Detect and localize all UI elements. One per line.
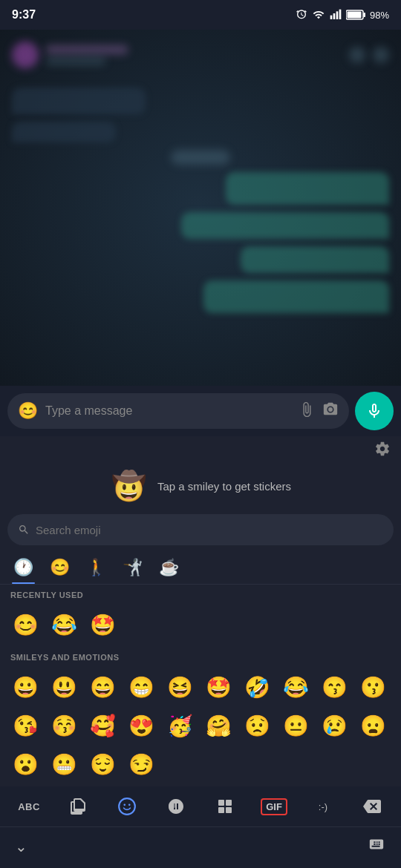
sticker-banner: 🤠 Tap a smiley to get stickers [0, 461, 401, 514]
nav-chevron-down[interactable]: ⌄ [15, 838, 27, 855]
emoji-keyboard-button[interactable] [102, 786, 151, 826]
emoji-cell[interactable]: 😆 [160, 668, 199, 706]
kaomoji-button[interactable]: :-) [299, 786, 348, 826]
keyboard-abc-button[interactable]: ABC [4, 786, 53, 826]
search-input[interactable] [36, 524, 383, 536]
smileys-label: SMILEYS AND EMOTIONS [0, 647, 401, 665]
emoji-cell[interactable]: 😬 [45, 745, 83, 783]
camera-icon[interactable] [322, 401, 339, 421]
emoji-cell[interactable]: 😍 [122, 706, 160, 745]
emoji-active-icon [117, 797, 137, 816]
svg-rect-12 [218, 807, 224, 813]
alarm-icon [296, 9, 307, 21]
wifi-icon [312, 9, 325, 21]
category-tabs: 🕐 😊 🚶 🤺 ☕ [0, 551, 401, 585]
svg-rect-5 [363, 13, 365, 17]
emoji-cell[interactable]: 😮 [6, 745, 45, 783]
emoji-cell[interactable]: 😟 [238, 706, 276, 745]
svg-rect-6 [347, 12, 361, 19]
message-placeholder: Type a message [45, 404, 291, 418]
smileys-grid: 😀 😃 😄 😁 😆 🤩 🤣 😂 😙 😗 😘 😚 🥰 😍 🥳 🤗 😟 😐 😢 😦 … [0, 665, 401, 786]
sticker-button[interactable] [151, 786, 200, 826]
status-icons: 98% [296, 9, 389, 21]
bottom-nav: ⌄ [0, 826, 401, 865]
tab-activity[interactable]: 🤺 [115, 551, 150, 584]
status-bar: 9:37 98% [0, 0, 401, 30]
tab-food[interactable]: ☕ [151, 551, 186, 584]
emoji-cell[interactable]: 🤗 [199, 706, 238, 745]
emoji-cell[interactable]: 😂 [45, 605, 83, 644]
sticker-text: Tap a smiley to get stickers [157, 480, 291, 493]
emoji-cell[interactable]: 😙 [315, 668, 353, 706]
emoji-cell[interactable]: 😦 [353, 706, 392, 745]
recently-used-label: RECENTLY USED [0, 585, 401, 602]
emoji-cell[interactable]: 😃 [45, 668, 83, 706]
smiley-cat-icon: 😊 [50, 558, 70, 577]
emoji-cell[interactable]: 🤣 [238, 668, 276, 706]
gif-button[interactable]: GIF [250, 786, 299, 826]
keyboard-toolbar: ABC GIF :-) [0, 786, 401, 826]
keyboard-toprow [0, 436, 401, 461]
gif-label: GIF [261, 798, 287, 815]
emoji-cell[interactable]: 🤩 [83, 605, 122, 644]
emoji-cell[interactable]: 😊 [6, 605, 45, 644]
attach-icon[interactable] [299, 401, 315, 421]
emoji-cell[interactable]: 😄 [83, 668, 122, 706]
clipboard-button[interactable] [53, 786, 102, 826]
emoji-cell[interactable]: 🥳 [160, 706, 199, 745]
sticker-icon [167, 798, 185, 815]
emoji-cell[interactable]: 😏 [122, 745, 160, 783]
delete-button[interactable] [348, 786, 397, 826]
clipboard-icon [69, 798, 87, 815]
bitmoji-button[interactable] [200, 786, 250, 826]
mic-button[interactable] [355, 392, 394, 430]
search-input-wrap[interactable] [7, 514, 394, 545]
emoji-cell[interactable]: 😂 [276, 668, 315, 706]
emoji-cell[interactable]: 🤩 [199, 668, 238, 706]
settings-icon[interactable] [374, 441, 391, 461]
tab-recent[interactable]: 🕐 [6, 551, 41, 584]
recently-used-grid: 😊 😂 🤩 [0, 602, 401, 647]
search-row [0, 514, 401, 551]
search-icon [18, 524, 30, 536]
emoji-cell[interactable]: 🥰 [83, 706, 122, 745]
tab-smileys[interactable]: 😊 [42, 551, 77, 584]
food-icon: ☕ [159, 558, 179, 577]
emoji-cell[interactable]: 😚 [45, 706, 83, 745]
svg-rect-0 [330, 16, 333, 19]
bitmoji-icon [216, 798, 234, 815]
abc-label: ABC [18, 801, 40, 812]
svg-point-9 [128, 804, 131, 806]
tab-people[interactable]: 🚶 [79, 551, 114, 584]
svg-point-7 [119, 798, 135, 815]
person-icon: 🚶 [86, 558, 106, 577]
svg-rect-11 [226, 800, 232, 806]
delete-icon [363, 798, 381, 815]
kaomoji-label: :-) [319, 801, 327, 812]
input-bar: 😊 Type a message [0, 386, 401, 436]
emoji-cell[interactable]: 😁 [122, 668, 160, 706]
nav-keyboard-icon[interactable] [367, 836, 386, 857]
svg-rect-2 [336, 11, 339, 19]
clock-icon: 🕐 [13, 558, 33, 577]
emoji-keyboard: 🤠 Tap a smiley to get stickers 🕐 😊 🚶 🤺 ☕… [0, 436, 401, 826]
svg-rect-13 [226, 807, 232, 813]
activity-icon: 🤺 [123, 558, 143, 577]
emoji-cell[interactable]: 😐 [276, 706, 315, 745]
battery-percent: 98% [370, 10, 389, 21]
battery-icon [346, 10, 365, 20]
emoji-cell[interactable]: 😢 [315, 706, 353, 745]
svg-rect-1 [333, 13, 336, 19]
emoji-cell[interactable]: 😀 [6, 668, 45, 706]
svg-point-8 [123, 804, 125, 806]
emoji-cell[interactable]: 😗 [353, 668, 392, 706]
svg-rect-10 [218, 800, 224, 806]
emoji-toggle-icon[interactable]: 😊 [18, 401, 38, 421]
emoji-cell[interactable]: 😌 [83, 745, 122, 783]
signal-icon [330, 9, 342, 21]
chat-area [0, 30, 401, 386]
emoji-cell[interactable]: 😘 [6, 706, 45, 745]
status-time: 9:37 [12, 8, 36, 22]
message-input-field[interactable]: 😊 Type a message [7, 393, 349, 429]
sticker-icon[interactable]: 🤠 [110, 467, 149, 505]
